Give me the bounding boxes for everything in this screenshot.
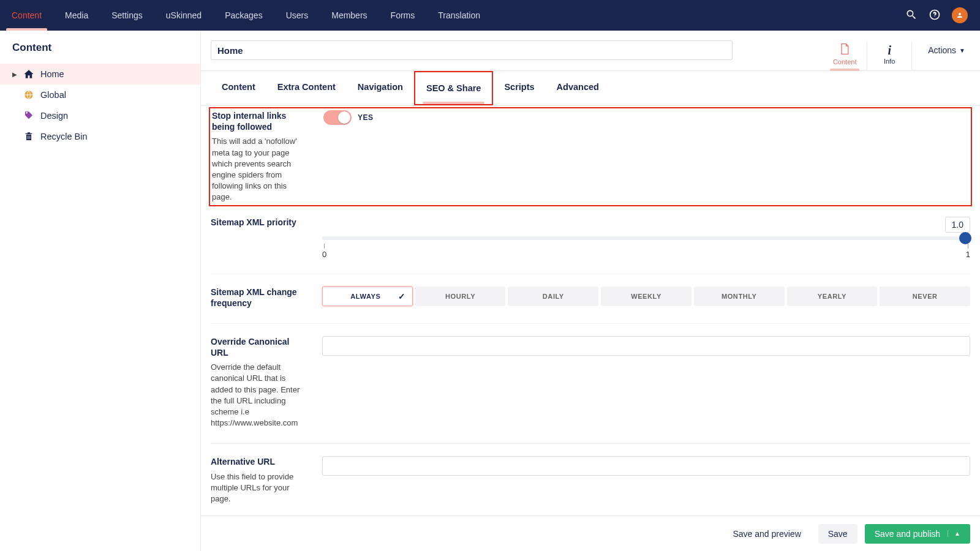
toggle-state-label: YES — [358, 110, 374, 125]
check-icon: ✓ — [398, 291, 406, 301]
frequency-options: ALWAYS✓ HOURLY DAILY WEEKLY MONTHLY YEAR… — [322, 287, 970, 306]
nofollow-toggle[interactable] — [323, 110, 352, 125]
tabs: Content Extra Content Navigation SEO & S… — [201, 71, 980, 106]
footer-actions: Save and preview Save Save and publish ▲ — [201, 515, 980, 551]
topnav: Content Media Settings uSkinned Packages… — [0, 0, 492, 31]
tree-label: Home — [40, 69, 64, 79]
field-nofollow: Stop internal links being followed This … — [209, 107, 972, 206]
tree-item-home[interactable]: ▶ Home — [0, 64, 200, 84]
freq-daily[interactable]: DAILY — [508, 287, 598, 306]
trash-icon — [23, 131, 34, 142]
divider — [867, 42, 867, 70]
field-label: Override Canonical URL — [211, 336, 305, 358]
field-label: Alternative URL — [211, 456, 305, 467]
caret-up-icon[interactable]: ▲ — [948, 530, 960, 537]
tab-navigation[interactable]: Navigation — [347, 71, 414, 105]
field-description: Override the default canonical URL that … — [211, 362, 305, 429]
actions-label: Actions — [928, 45, 956, 55]
tree-label: Recycle Bin — [40, 132, 88, 141]
field-label: Stop internal links being followed — [212, 110, 306, 132]
tree-label: Global — [40, 90, 66, 100]
slider-max: 1 — [966, 250, 970, 259]
content-header: Content i Info Actions ▼ — [201, 31, 980, 71]
info-icon: i — [871, 43, 908, 58]
field-change-frequency: Sitemap XML change frequency ALWAYS✓ HOU… — [211, 274, 970, 324]
globe-icon — [23, 89, 34, 100]
topbar-right — [905, 7, 968, 23]
topbar: Content Media Settings uSkinned Packages… — [0, 0, 980, 31]
field-description: Use this field to provide multiple URLs … — [211, 471, 305, 505]
topnav-settings[interactable]: Settings — [100, 0, 154, 31]
field-label: Sitemap XML priority — [211, 217, 305, 228]
topnav-packages[interactable]: Packages — [213, 0, 274, 31]
field-label: Sitemap XML change frequency — [211, 287, 305, 309]
canonical-url-input[interactable] — [322, 336, 970, 356]
slider-thumb[interactable] — [959, 232, 971, 244]
topnav-media[interactable]: Media — [53, 0, 100, 31]
tab-scripts[interactable]: Scripts — [493, 71, 545, 105]
header-card-label: Info — [871, 58, 908, 65]
user-avatar[interactable] — [952, 7, 968, 23]
alternative-url-input[interactable] — [322, 456, 970, 476]
header-card-content[interactable]: Content — [826, 40, 863, 70]
field-description: This will add a 'nofollow' meta tag to y… — [212, 136, 306, 203]
file-icon — [826, 43, 863, 58]
tree-item-global[interactable]: Global — [0, 84, 200, 105]
tree-label: Design — [40, 111, 68, 121]
actions-menu[interactable]: Actions ▼ — [916, 40, 970, 55]
slider-min: 0 — [322, 250, 326, 259]
topnav-forms[interactable]: Forms — [379, 0, 427, 31]
slider-ticks: 0 1 — [322, 244, 970, 259]
tab-advanced[interactable]: Advanced — [546, 71, 610, 105]
save-publish-button[interactable]: Save and publish ▲ — [865, 524, 970, 544]
topnav-members[interactable]: Members — [320, 0, 379, 31]
header-card-info[interactable]: i Info — [871, 41, 908, 70]
freq-monthly[interactable]: MONTHLY — [694, 287, 785, 306]
search-icon[interactable] — [905, 9, 918, 23]
header-card-label: Content — [826, 58, 863, 66]
freq-yearly[interactable]: YEARLY — [787, 287, 878, 306]
field-canonical-url: Override Canonical URL Override the defa… — [211, 324, 970, 444]
freq-weekly[interactable]: WEEKLY — [601, 287, 692, 306]
caret-down-icon: ▼ — [959, 47, 965, 54]
header-cards: Content i Info — [826, 40, 916, 70]
settings-panel: Stop internal links being followed This … — [201, 106, 980, 515]
save-publish-label: Save and publish — [875, 529, 940, 539]
home-icon — [23, 69, 34, 80]
save-button[interactable]: Save — [818, 524, 858, 544]
toggle-knob — [338, 111, 350, 124]
slider-value: 1.0 — [945, 217, 970, 233]
freq-always[interactable]: ALWAYS✓ — [322, 287, 413, 306]
help-icon[interactable] — [929, 9, 941, 23]
topnav-users[interactable]: Users — [274, 0, 320, 31]
freq-never[interactable]: NEVER — [880, 287, 970, 306]
tab-extra-content[interactable]: Extra Content — [266, 71, 347, 105]
save-preview-button[interactable]: Save and preview — [723, 524, 810, 544]
topnav-content[interactable]: Content — [0, 0, 53, 31]
tree-item-design[interactable]: Design — [0, 105, 200, 126]
sidebar: Content ▶ Home Global Design Recycle Bin — [0, 31, 201, 551]
tree-item-recycle-bin[interactable]: Recycle Bin — [0, 126, 200, 147]
content-area: Content i Info Actions ▼ Content Extra C… — [201, 31, 980, 551]
divider — [911, 42, 912, 70]
field-sitemap-priority: Sitemap XML priority 1.0 0 1 — [211, 204, 970, 274]
page-title-wrap — [211, 40, 814, 60]
tag-icon — [23, 110, 34, 121]
main-layout: Content ▶ Home Global Design Recycle Bin — [0, 31, 980, 551]
sidebar-title: Content — [0, 42, 200, 54]
page-title-input[interactable] — [211, 40, 733, 60]
topnav-uskinned[interactable]: uSkinned — [154, 0, 213, 31]
tab-content[interactable]: Content — [211, 71, 266, 105]
caret-icon[interactable]: ▶ — [12, 71, 17, 78]
priority-slider[interactable] — [322, 236, 970, 240]
freq-hourly[interactable]: HOURLY — [415, 287, 506, 306]
topnav-translation[interactable]: Translation — [426, 0, 492, 31]
tab-seo-share[interactable]: SEO & Share — [414, 71, 493, 105]
field-alternative-url: Alternative URL Use this field to provid… — [211, 444, 970, 515]
